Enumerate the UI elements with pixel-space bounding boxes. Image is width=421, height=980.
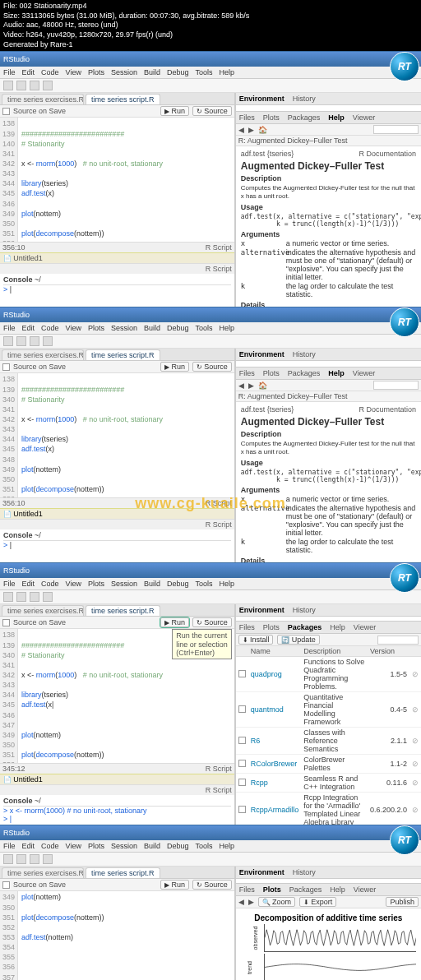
console-line[interactable]: > | xyxy=(3,815,231,823)
pkg-checkbox[interactable] xyxy=(238,779,246,786)
console-title: Console xyxy=(3,275,33,284)
packages-table[interactable]: NameDescriptionVersion quadprogFunctions… xyxy=(236,646,421,825)
env-hist-tabs[interactable]: Environment History xyxy=(236,93,421,105)
menu-edit[interactable]: Edit xyxy=(22,68,35,76)
tab-exercises[interactable]: time series exercises.R xyxy=(2,94,84,104)
pkg-search[interactable] xyxy=(377,636,419,645)
save-icon[interactable] xyxy=(30,81,39,90)
menu-view[interactable]: View xyxy=(66,68,81,76)
help-pane[interactable]: adf.test {tseries}R Documentation Augmen… xyxy=(236,146,421,307)
menu-file[interactable]: File xyxy=(3,68,16,76)
update-button[interactable]: 🔄 Update xyxy=(277,635,319,645)
window-titlebar[interactable]: RStudio xyxy=(0,52,421,67)
rstudio-frame-4: RT RStudio FileEditCodeViewPlotsSessionB… xyxy=(0,825,421,980)
pkg-checkbox[interactable] xyxy=(238,760,246,767)
tab-environment[interactable]: Environment xyxy=(239,95,285,103)
table-row[interactable]: RcppArmadilloRcpp Integration for the 'A… xyxy=(236,793,421,825)
tab-plots[interactable]: Plots xyxy=(263,113,280,122)
back-icon[interactable]: ◀ xyxy=(238,126,244,134)
cursor-pos: 356:10 xyxy=(2,243,25,252)
zoom-button[interactable]: 🔍 Zoom xyxy=(258,897,295,907)
publish-button[interactable]: Publish xyxy=(386,897,419,907)
run-button[interactable]: ▶ Run xyxy=(160,617,189,627)
menu-tools[interactable]: Tools xyxy=(196,68,213,76)
pkg-checkbox[interactable] xyxy=(238,806,246,813)
tab-history[interactable]: History xyxy=(293,95,316,103)
rstudio-frame-2: RT www.cg-kuaile.com RStudio FileEditCod… xyxy=(0,307,421,562)
table-row[interactable]: RcppSeamless R and C++ Integration0.11.6… xyxy=(236,774,421,793)
source-button[interactable]: ↻ Source xyxy=(192,106,232,116)
home-icon[interactable]: 🏠 xyxy=(258,126,267,134)
table-row[interactable]: R6Classes with Reference Semantics2.1.1⊘ xyxy=(236,728,421,755)
pkg-checkbox[interactable] xyxy=(238,670,246,677)
menu-build[interactable]: Build xyxy=(144,68,160,76)
console-line: > x <- rnorm(1000) # no unit-root, stati… xyxy=(3,807,231,815)
console-prompt[interactable]: > | xyxy=(3,285,231,294)
rstudio-frame-3: RT RStudio FileEditCodeViewPlotsSessionB… xyxy=(0,562,421,825)
menubar[interactable]: File Edit Code View Plots Session Build … xyxy=(0,67,421,79)
help-title: Augmented Dickey–Fuller Test xyxy=(241,160,416,172)
source-toolbar: Source on Save ▶ Run ↻ Source xyxy=(0,105,234,118)
tab-files[interactable]: Files xyxy=(239,113,255,122)
pkg-checkbox[interactable] xyxy=(238,737,246,744)
tab-viewer[interactable]: Viewer xyxy=(353,113,375,122)
table-row[interactable]: quantmodQuantitative Financial Modelling… xyxy=(236,692,421,728)
menu-debug[interactable]: Debug xyxy=(167,68,189,76)
tab-help[interactable]: Help xyxy=(328,113,345,122)
menu-session[interactable]: Session xyxy=(111,68,137,76)
menu-plots[interactable]: Plots xyxy=(88,68,104,76)
export-button[interactable]: ⬇ Export xyxy=(299,897,336,907)
decomposition-plot: Decomposition of additive time series ob… xyxy=(236,908,421,980)
menu-help[interactable]: Help xyxy=(220,68,235,76)
print-icon[interactable] xyxy=(43,81,53,90)
help-breadcrumb: R: Augmented Dickey–Fuller Test xyxy=(238,136,348,145)
file-type: R Script xyxy=(206,243,232,252)
fwd-icon[interactable]: ▶ xyxy=(248,126,254,134)
menu-code[interactable]: Code xyxy=(41,68,59,76)
source-tabs[interactable]: time series exercises.R time series scri… xyxy=(0,93,234,105)
plot-next-icon[interactable]: ▶ xyxy=(248,898,254,906)
table-row[interactable]: quadprogFunctions to Solve Quadratic Pro… xyxy=(236,657,421,692)
untitled-tab[interactable]: 📄 Untitled1 xyxy=(0,252,234,263)
install-button[interactable]: ⬇ Install xyxy=(238,635,274,645)
tab-packages[interactable]: Packages xyxy=(288,113,321,122)
plot-prev-icon[interactable]: ◀ xyxy=(238,898,244,906)
source-on-save-label: Source on Save xyxy=(13,107,66,115)
line-gutter: 1381391403413423433443453463493503513523… xyxy=(0,118,18,242)
help-search[interactable] xyxy=(373,125,419,134)
rstudio-frame-1: RT RStudio File Edit Code View Plots Ses… xyxy=(0,51,421,307)
video-meta: File: 002 Stationarity.mp4 Size: 3311306… xyxy=(0,0,421,51)
run-button[interactable]: ▶ Run xyxy=(160,106,189,116)
new-file-icon[interactable] xyxy=(3,81,13,90)
code-editor[interactable]: 1381391403413423433443453463493503513523… xyxy=(0,118,234,242)
open-file-icon[interactable] xyxy=(16,81,26,90)
source-on-save-check[interactable] xyxy=(2,108,10,115)
main-toolbar[interactable] xyxy=(0,79,421,93)
pkg-checkbox[interactable] xyxy=(238,705,246,713)
table-row[interactable]: RColorBrewerColorBrewer Palettes1.1-2⊘ xyxy=(236,755,421,774)
tab-script[interactable]: time series script.R xyxy=(86,94,160,104)
run-tooltip: Run the currentline or selection(Ctrl+En… xyxy=(172,629,232,659)
